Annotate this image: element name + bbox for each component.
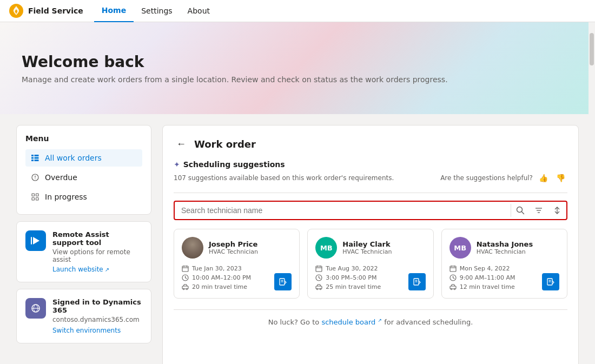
scheduling-title: Scheduling suggestions [183,160,285,169]
svg-line-42 [319,278,321,279]
clock-icon [449,274,457,281]
svg-rect-4 [35,155,39,156]
technician-cards: Joseph Price HVAC Technician Tue Jan 30,… [174,229,567,299]
scheduling-count-text: 107 suggestions available based on this … [174,174,394,182]
schedule-board-link[interactable]: schedule board ↗ [321,318,384,326]
in-progress-icon [31,193,39,201]
work-order-panel: ← Work order ✦ Scheduling suggestions 10… [162,125,579,364]
book-icon [413,277,421,286]
calendar-icon [315,265,322,272]
remote-assist-icon [25,230,46,251]
technician-card-hailey-clark: MB Hailey Clark HVAC Technician Tue Aug … [307,229,433,299]
sort-button[interactable] [548,201,566,220]
technician-card-natasha-jones: MB Natasha Jones HVAC Technician Mon Sep… [441,229,567,299]
sidebar-item-label: In progress [45,193,87,201]
main-content: Menu All work orders Overdue In progress [0,114,595,364]
back-button[interactable]: ← [174,136,189,151]
svg-rect-5 [35,157,39,159]
car-icon [449,283,457,290]
sidebar-item-all-work-orders[interactable]: All work orders [25,149,142,167]
tech-info: Joseph Price HVAC Technician [209,240,258,255]
avatar [182,237,203,259]
dynamics-card: Signed in to Dynamics 365 contoso.dynami… [16,289,151,343]
nav-about[interactable]: About [180,0,217,22]
svg-rect-8 [35,176,35,178]
avatar: MB [315,237,337,259]
car-icon [315,283,322,290]
dynamics-title: Signed in to Dynamics 365 [52,298,142,314]
hero-title: Welcome back [22,53,448,71]
svg-rect-6 [35,160,39,161]
dynamics-description: contoso.dynamics365.com [52,316,142,323]
sparkle-icon: ✦ [174,160,180,169]
tech-name: Hailey Clark [342,240,392,248]
tech-date: Tue Aug 30, 2022 [315,265,425,272]
list-icon [31,154,39,162]
search-input[interactable] [175,206,511,215]
dynamics-content: Signed in to Dynamics 365 contoso.dynami… [52,298,142,334]
tech-card-header: MB Natasha Jones HVAC Technician [449,237,559,259]
menu-title: Menu [25,134,142,143]
book-button-natasha[interactable] [542,273,559,290]
remote-assist-content: Remote Assist support tool View options … [52,230,142,273]
tech-role: HVAC Technician [477,248,533,255]
svg-line-55 [453,278,454,279]
svg-line-18 [522,212,524,214]
tech-card-header: MB Hailey Clark HVAC Technician [315,237,425,259]
hero-banner: Welcome back Manage and create work orde… [0,22,595,114]
search-icon [516,206,525,215]
svg-rect-1 [31,155,34,156]
svg-rect-3 [31,160,34,161]
thumbs-down-button[interactable]: 👎 [553,171,567,185]
scheduling-section: ✦ Scheduling suggestions 107 suggestions… [174,160,567,193]
remote-assist-card: Remote Assist support tool View options … [16,221,151,282]
sidebar-item-in-progress[interactable]: In progress [25,188,142,206]
search-row [174,201,567,220]
search-icon-button[interactable] [511,201,530,220]
scrollbar-track[interactable] [589,22,595,364]
top-nav: Field Service Home Settings About [0,0,595,22]
brand-icon [9,3,24,18]
sidebar-item-overdue[interactable]: Overdue [25,169,142,186]
nav-settings[interactable]: Settings [134,0,180,22]
avatar-initials: MB [454,244,466,252]
dynamics-icon [25,298,46,319]
clock-icon [315,274,322,281]
svg-rect-12 [36,194,39,196]
tech-role: HVAC Technician [342,248,392,255]
scrollbar-thumb[interactable] [590,33,594,65]
switch-environments-link[interactable]: Switch environments [52,327,121,334]
filter-icon [534,206,543,215]
nav-home[interactable]: Home [94,0,134,22]
avatar-initials: MB [320,244,333,252]
brand: Field Service [9,3,83,18]
remote-assist-description: View options for remote assist [52,248,142,263]
svg-rect-23 [182,266,188,272]
technician-card-joseph-price: Joseph Price HVAC Technician Tue Jan 30,… [174,229,300,299]
work-order-title: Work order [194,138,256,150]
tech-date: Mon Sep 4, 2022 [449,265,559,272]
svg-marker-14 [33,237,39,244]
work-order-header: ← Work order [174,136,567,151]
tech-date: Tue Jan 30, 2023 [182,265,292,272]
thumbs-up-button[interactable]: 👍 [536,171,550,185]
external-link-icon: ↗ [105,267,109,273]
calendar-icon [449,265,457,272]
svg-rect-2 [31,157,34,159]
external-link-icon: ↗ [378,317,382,323]
tech-card-header: Joseph Price HVAC Technician [182,237,292,259]
scheduling-meta: 107 suggestions available based on this … [174,171,567,185]
book-button-hailey[interactable] [408,273,426,290]
svg-rect-13 [36,198,39,201]
tech-info: Natasha Jones HVAC Technician [477,240,533,255]
svg-rect-15 [31,237,32,244]
filter-button[interactable] [530,201,548,220]
menu-card: Menu All work orders Overdue In progress [16,125,151,215]
svg-rect-11 [32,198,35,201]
svg-rect-36 [316,266,322,272]
sort-icon [553,206,561,215]
book-button-joseph[interactable] [274,273,292,290]
svg-rect-9 [35,178,35,179]
sidebar-item-label: Overdue [45,173,77,182]
launch-website-link[interactable]: Launch website ↗ [52,266,142,273]
